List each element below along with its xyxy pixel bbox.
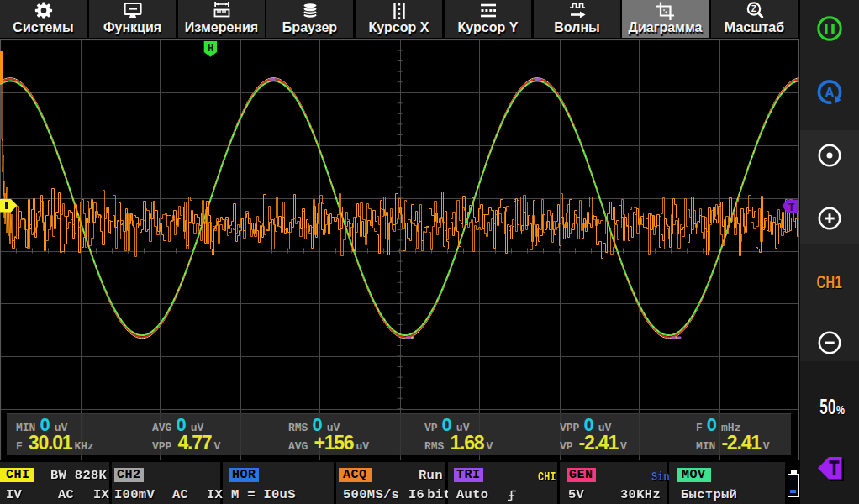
svg-text:A: A — [825, 86, 835, 100]
svg-text:H: H — [208, 43, 213, 55]
svg-text:T: T — [788, 202, 794, 214]
svg-text:Z: Z — [751, 3, 756, 13]
